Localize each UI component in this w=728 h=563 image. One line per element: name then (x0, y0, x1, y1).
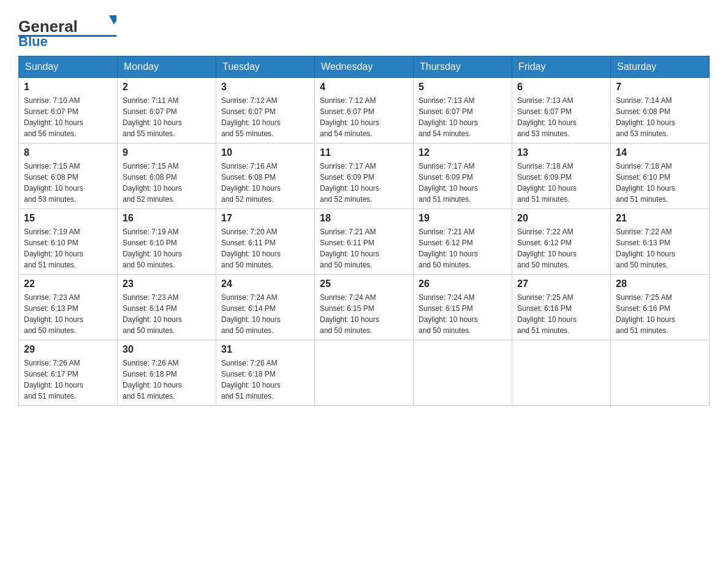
col-header-tuesday: Tuesday (216, 56, 315, 78)
svg-marker-1 (109, 15, 116, 25)
col-header-saturday: Saturday (611, 56, 710, 78)
day-number: 19 (419, 213, 507, 224)
day-number: 22 (24, 278, 112, 289)
day-number: 10 (221, 147, 309, 158)
calendar-cell: 16 Sunrise: 7:19 AMSunset: 6:10 PMDaylig… (118, 209, 216, 275)
logo-svg: General Blue (18, 12, 116, 46)
day-info: Sunrise: 7:25 AMSunset: 6:16 PMDaylight:… (616, 292, 704, 336)
calendar-cell: 25 Sunrise: 7:24 AMSunset: 6:15 PMDaylig… (315, 275, 414, 340)
day-number: 13 (517, 147, 605, 158)
calendar-cell: 5 Sunrise: 7:13 AMSunset: 6:07 PMDayligh… (414, 78, 512, 144)
day-info: Sunrise: 7:15 AMSunset: 6:08 PMDaylight:… (123, 161, 211, 205)
day-info: Sunrise: 7:11 AMSunset: 6:07 PMDaylight:… (123, 95, 211, 139)
calendar-cell: 26 Sunrise: 7:24 AMSunset: 6:15 PMDaylig… (414, 275, 512, 340)
calendar-cell: 29 Sunrise: 7:26 AMSunset: 6:17 PMDaylig… (19, 340, 118, 406)
day-info: Sunrise: 7:15 AMSunset: 6:08 PMDaylight:… (24, 161, 112, 205)
col-header-friday: Friday (512, 56, 611, 78)
day-number: 14 (616, 147, 704, 158)
calendar-cell: 8 Sunrise: 7:15 AMSunset: 6:08 PMDayligh… (19, 144, 118, 209)
day-number: 5 (419, 82, 507, 93)
calendar-cell: 7 Sunrise: 7:14 AMSunset: 6:08 PMDayligh… (611, 78, 710, 144)
day-info: Sunrise: 7:14 AMSunset: 6:08 PMDaylight:… (616, 95, 704, 139)
day-number: 1 (24, 82, 112, 93)
day-number: 2 (123, 82, 211, 93)
day-info: Sunrise: 7:13 AMSunset: 6:07 PMDaylight:… (517, 95, 605, 139)
day-number: 3 (221, 82, 309, 93)
day-info: Sunrise: 7:24 AMSunset: 6:15 PMDaylight:… (320, 292, 408, 336)
day-info: Sunrise: 7:23 AMSunset: 6:13 PMDaylight:… (24, 292, 112, 336)
day-info: Sunrise: 7:22 AMSunset: 6:13 PMDaylight:… (616, 226, 704, 270)
calendar-cell: 15 Sunrise: 7:19 AMSunset: 6:10 PMDaylig… (19, 209, 118, 275)
day-number: 4 (320, 82, 408, 93)
calendar-cell: 10 Sunrise: 7:16 AMSunset: 6:08 PMDaylig… (216, 144, 315, 209)
day-info: Sunrise: 7:24 AMSunset: 6:15 PMDaylight:… (419, 292, 507, 336)
day-info: Sunrise: 7:18 AMSunset: 6:09 PMDaylight:… (517, 161, 605, 205)
logo: General Blue (18, 12, 116, 46)
day-number: 31 (221, 344, 309, 355)
day-info: Sunrise: 7:26 AMSunset: 6:18 PMDaylight:… (123, 358, 211, 402)
day-number: 25 (320, 278, 408, 289)
day-number: 16 (123, 213, 211, 224)
calendar-cell: 4 Sunrise: 7:12 AMSunset: 6:07 PMDayligh… (315, 78, 414, 144)
calendar-cell: 30 Sunrise: 7:26 AMSunset: 6:18 PMDaylig… (118, 340, 216, 406)
calendar-table: SundayMondayTuesdayWednesdayThursdayFrid… (18, 56, 710, 406)
day-info: Sunrise: 7:24 AMSunset: 6:14 PMDaylight:… (221, 292, 309, 336)
calendar-cell: 3 Sunrise: 7:12 AMSunset: 6:07 PMDayligh… (216, 78, 315, 144)
day-info: Sunrise: 7:23 AMSunset: 6:14 PMDaylight:… (123, 292, 211, 336)
calendar-cell: 20 Sunrise: 7:22 AMSunset: 6:12 PMDaylig… (512, 209, 611, 275)
col-header-sunday: Sunday (19, 56, 118, 78)
day-info: Sunrise: 7:26 AMSunset: 6:18 PMDaylight:… (221, 358, 309, 402)
day-number: 26 (419, 278, 507, 289)
calendar-cell: 13 Sunrise: 7:18 AMSunset: 6:09 PMDaylig… (512, 144, 611, 209)
day-number: 11 (320, 147, 408, 158)
col-header-monday: Monday (118, 56, 216, 78)
day-info: Sunrise: 7:16 AMSunset: 6:08 PMDaylight:… (221, 161, 309, 205)
calendar-cell (315, 340, 414, 406)
day-number: 8 (24, 147, 112, 158)
day-number: 30 (123, 344, 211, 355)
day-info: Sunrise: 7:22 AMSunset: 6:12 PMDaylight:… (517, 226, 605, 270)
calendar-week-1: 1 Sunrise: 7:10 AMSunset: 6:07 PMDayligh… (19, 78, 710, 144)
day-number: 28 (616, 278, 704, 289)
calendar-cell: 17 Sunrise: 7:20 AMSunset: 6:11 PMDaylig… (216, 209, 315, 275)
calendar-header-row: SundayMondayTuesdayWednesdayThursdayFrid… (19, 56, 710, 78)
day-info: Sunrise: 7:18 AMSunset: 6:10 PMDaylight:… (616, 161, 704, 205)
day-number: 23 (123, 278, 211, 289)
day-number: 9 (123, 147, 211, 158)
calendar-cell: 24 Sunrise: 7:24 AMSunset: 6:14 PMDaylig… (216, 275, 315, 340)
page-header: General Blue (18, 12, 710, 46)
calendar-cell: 9 Sunrise: 7:15 AMSunset: 6:08 PMDayligh… (118, 144, 216, 209)
day-info: Sunrise: 7:19 AMSunset: 6:10 PMDaylight:… (24, 226, 112, 270)
calendar-cell (512, 340, 611, 406)
calendar-week-3: 15 Sunrise: 7:19 AMSunset: 6:10 PMDaylig… (19, 209, 710, 275)
calendar-cell: 21 Sunrise: 7:22 AMSunset: 6:13 PMDaylig… (611, 209, 710, 275)
svg-text:General: General (18, 17, 78, 36)
day-info: Sunrise: 7:12 AMSunset: 6:07 PMDaylight:… (221, 95, 309, 139)
day-info: Sunrise: 7:12 AMSunset: 6:07 PMDaylight:… (320, 95, 408, 139)
calendar-week-2: 8 Sunrise: 7:15 AMSunset: 6:08 PMDayligh… (19, 144, 710, 209)
day-info: Sunrise: 7:21 AMSunset: 6:12 PMDaylight:… (419, 226, 507, 270)
day-number: 21 (616, 213, 704, 224)
calendar-cell: 27 Sunrise: 7:25 AMSunset: 6:16 PMDaylig… (512, 275, 611, 340)
day-number: 18 (320, 213, 408, 224)
day-info: Sunrise: 7:26 AMSunset: 6:17 PMDaylight:… (24, 358, 112, 402)
day-number: 27 (517, 278, 605, 289)
calendar-cell: 18 Sunrise: 7:21 AMSunset: 6:11 PMDaylig… (315, 209, 414, 275)
day-number: 20 (517, 213, 605, 224)
day-info: Sunrise: 7:17 AMSunset: 6:09 PMDaylight:… (419, 161, 507, 205)
calendar-cell: 23 Sunrise: 7:23 AMSunset: 6:14 PMDaylig… (118, 275, 216, 340)
svg-text:Blue: Blue (18, 34, 48, 46)
calendar-cell (611, 340, 710, 406)
calendar-cell: 31 Sunrise: 7:26 AMSunset: 6:18 PMDaylig… (216, 340, 315, 406)
day-info: Sunrise: 7:13 AMSunset: 6:07 PMDaylight:… (419, 95, 507, 139)
calendar-cell: 11 Sunrise: 7:17 AMSunset: 6:09 PMDaylig… (315, 144, 414, 209)
day-number: 17 (221, 213, 309, 224)
calendar-cell: 12 Sunrise: 7:17 AMSunset: 6:09 PMDaylig… (414, 144, 512, 209)
calendar-cell: 14 Sunrise: 7:18 AMSunset: 6:10 PMDaylig… (611, 144, 710, 209)
day-info: Sunrise: 7:21 AMSunset: 6:11 PMDaylight:… (320, 226, 408, 270)
calendar-cell: 19 Sunrise: 7:21 AMSunset: 6:12 PMDaylig… (414, 209, 512, 275)
day-info: Sunrise: 7:10 AMSunset: 6:07 PMDaylight:… (24, 95, 112, 139)
day-info: Sunrise: 7:20 AMSunset: 6:11 PMDaylight:… (221, 226, 309, 270)
calendar-cell: 6 Sunrise: 7:13 AMSunset: 6:07 PMDayligh… (512, 78, 611, 144)
col-header-thursday: Thursday (414, 56, 512, 78)
